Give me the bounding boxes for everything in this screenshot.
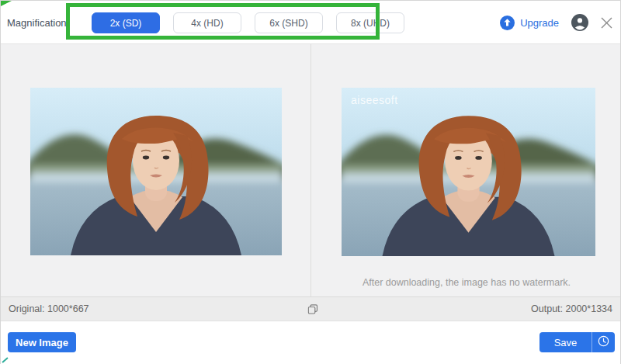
watermark-text: aiseesoft — [351, 94, 398, 106]
new-image-button[interactable]: New Image — [8, 332, 76, 352]
magnification-label: Magnification: — [7, 17, 69, 29]
upgrade-button[interactable]: Upgrade — [500, 16, 559, 30]
arrow-up-circle-icon — [500, 16, 515, 30]
original-image-panel — [1, 44, 311, 296]
clock-icon — [598, 335, 609, 349]
original-size-label: Original: 1000*667 — [9, 303, 89, 314]
footer-bar: New Image Save — [1, 321, 620, 364]
preview-area: aiseesoft After downloading, the image h… — [1, 44, 620, 296]
save-button[interactable]: Save — [539, 332, 592, 352]
upgrade-label: Upgrade — [520, 17, 559, 29]
header-bar: Magnification: 2x (SD) 4x (HD) 6x (SHD) … — [1, 1, 620, 44]
original-image — [30, 88, 282, 255]
magnification-option-8x[interactable]: 8x (UHD) — [336, 12, 404, 33]
close-x-icon[interactable] — [601, 17, 612, 29]
upscaled-image-panel: aiseesoft After downloading, the image h… — [311, 44, 621, 296]
output-size-label: Output: 2000*1334 — [531, 303, 612, 314]
header-actions: Upgrade — [500, 1, 612, 44]
person-circle-icon[interactable] — [571, 14, 588, 31]
compare-toggle-icon[interactable] — [308, 304, 318, 314]
save-history-button[interactable] — [592, 332, 615, 352]
magnification-option-4x[interactable]: 4x (HD) — [173, 12, 241, 33]
magnification-option-2x[interactable]: 2x (SD) — [92, 12, 160, 33]
upscaled-image: aiseesoft — [342, 88, 595, 256]
status-bar: Original: 1000*667 Output: 2000*1334 — [1, 296, 620, 321]
magnification-option-6x[interactable]: 6x (SHD) — [255, 12, 323, 33]
save-split-button: Save — [539, 332, 615, 352]
watermark-note: After downloading, the image has no wate… — [311, 277, 621, 288]
magnification-options: 2x (SD) 4x (HD) 6x (SHD) 8x (UHD) — [92, 12, 404, 33]
app-window: Magnification: 2x (SD) 4x (HD) 6x (SHD) … — [0, 0, 621, 364]
